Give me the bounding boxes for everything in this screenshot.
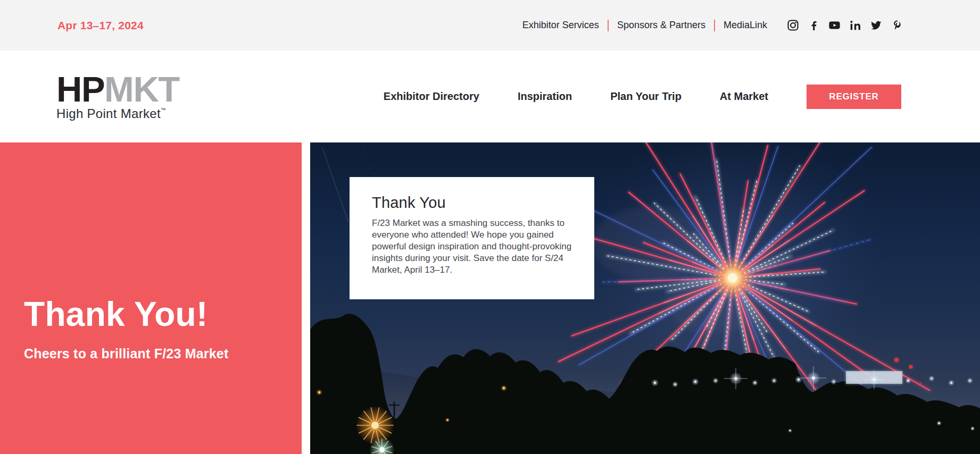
- page: Apr 13–17, 2024 Exhibitor Services Spons…: [0, 0, 980, 454]
- logo-mkt: MKT: [104, 69, 179, 109]
- nav-exhibitor-directory[interactable]: Exhibitor Directory: [384, 90, 479, 103]
- nav-plan-your-trip[interactable]: Plan Your Trip: [610, 90, 682, 103]
- topbar-right: Exhibitor Services Sponsors & Partners M…: [522, 19, 903, 32]
- main-header: HPMKT High Point Market™ Exhibitor Direc…: [0, 51, 980, 142]
- hpmkt-logo[interactable]: HPMKT High Point Market™: [56, 73, 179, 121]
- link-exhibitor-services[interactable]: Exhibitor Services: [522, 20, 599, 31]
- facebook-icon[interactable]: [807, 19, 820, 32]
- fireworks-photo: Thank You F/23 Market was a smashing suc…: [310, 142, 980, 454]
- thank-you-card: Thank You F/23 Market was a smashing suc…: [350, 177, 594, 299]
- main-nav: Exhibitor Directory Inspiration Plan You…: [384, 85, 901, 109]
- hero-coral-panel: Thank You! Cheers to a brilliant F/23 Ma…: [0, 142, 302, 454]
- top-utility-bar: Apr 13–17, 2024 Exhibitor Services Spons…: [0, 0, 980, 51]
- trademark-symbol: ™: [161, 107, 166, 113]
- link-medialink[interactable]: MediaLink: [724, 20, 767, 31]
- hero-subtitle: Cheers to a brilliant F/23 Market: [24, 346, 286, 361]
- panel-photo-gap: [302, 142, 310, 454]
- link-sponsors-partners[interactable]: Sponsors & Partners: [617, 20, 705, 31]
- nav-inspiration[interactable]: Inspiration: [518, 90, 572, 103]
- hero-section: Thank You! Cheers to a brilliant F/23 Ma…: [0, 142, 980, 454]
- nav-at-market[interactable]: At Market: [720, 90, 768, 103]
- register-button[interactable]: REGISTER: [807, 85, 901, 109]
- hero-title: Thank You!: [24, 297, 286, 332]
- twitter-icon[interactable]: [869, 19, 882, 32]
- market-dates: Apr 13–17, 2024: [57, 19, 144, 32]
- instagram-icon[interactable]: [786, 19, 799, 32]
- social-links: [786, 19, 903, 32]
- logo-subtitle: High Point Market™: [56, 107, 179, 120]
- youtube-icon[interactable]: [828, 19, 841, 32]
- divider: [714, 20, 715, 31]
- card-body: F/23 Market was a smashing success, than…: [372, 217, 575, 276]
- logo-mark: HPMKT: [56, 73, 179, 106]
- logo-hp: HP: [56, 69, 104, 109]
- card-title: Thank You: [372, 194, 573, 212]
- linkedin-icon[interactable]: [849, 19, 861, 32]
- topbar-links: Exhibitor Services Sponsors & Partners M…: [522, 20, 767, 31]
- divider: [608, 20, 609, 31]
- pinterest-icon[interactable]: [890, 19, 903, 32]
